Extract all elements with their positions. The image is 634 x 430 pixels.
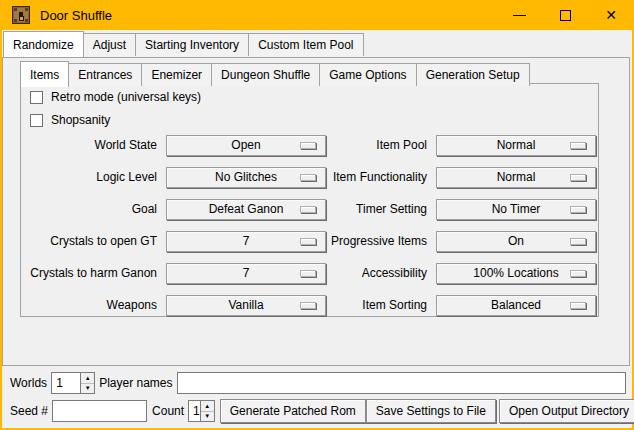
accessibility-row: Accessibility 100% Locations: [276, 262, 596, 284]
shopsanity-row: Shopsanity: [30, 112, 110, 128]
crystals-ganon-value: 7: [243, 266, 250, 280]
item-pool-label: Item Pool: [276, 138, 436, 152]
crystals-gt-label: Crystals to open GT: [21, 234, 166, 248]
window-controls: ✕: [496, 0, 634, 30]
worlds-label: Worlds: [10, 376, 47, 390]
door-shuffle-window: { "colors": { "accent": "#ffb900", "pane…: [0, 0, 634, 430]
dropdown-indicator-icon: [570, 302, 586, 309]
timer-setting-dropdown[interactable]: No Timer: [436, 199, 596, 220]
spin-down-icon[interactable]: ▼: [81, 384, 94, 394]
timer-setting-value: No Timer: [492, 202, 541, 216]
player-names-input[interactable]: [177, 372, 627, 394]
tab-game-options[interactable]: Game Options: [319, 63, 416, 86]
count-value: 1: [189, 401, 200, 421]
progressive-items-value: On: [508, 234, 524, 248]
logic-level-value: No Glitches: [215, 170, 277, 184]
titlebar: Door Shuffle ✕: [0, 0, 634, 30]
world-state-label: World State: [21, 138, 166, 152]
crystals-ganon-label: Crystals to harm Ganon: [21, 266, 166, 280]
worlds-spinbox[interactable]: 1 ▲▼: [51, 372, 95, 394]
crystals-gt-value: 7: [243, 234, 250, 248]
seed-label: Seed #: [10, 404, 48, 418]
accessibility-value: 100% Locations: [473, 266, 558, 280]
item-sorting-value: Balanced: [491, 298, 541, 312]
spin-up-icon[interactable]: ▲: [81, 373, 94, 384]
client-area: Randomize Adjust Starting Inventory Cust…: [2, 30, 632, 428]
progressive-items-dropdown[interactable]: On: [436, 231, 596, 252]
tab-starting-inventory[interactable]: Starting Inventory: [135, 33, 249, 56]
tab-dungeon-shuffle[interactable]: Dungeon Shuffle: [211, 63, 320, 86]
app-icon: [12, 6, 30, 24]
dropdown-indicator-icon: [570, 142, 586, 149]
logic-level-label: Logic Level: [21, 170, 166, 184]
retro-mode-checkbox[interactable]: [30, 91, 43, 104]
accessibility-dropdown[interactable]: 100% Locations: [436, 263, 596, 284]
item-functionality-row: Item Functionality Normal: [276, 166, 596, 188]
window-title: Door Shuffle: [40, 8, 112, 23]
tab-entrances[interactable]: Entrances: [68, 63, 142, 86]
retro-mode-label: Retro mode (universal keys): [51, 90, 201, 104]
randomize-panel: Items Entrances Enemizer Dungeon Shuffle…: [2, 57, 630, 366]
tab-custom-item-pool[interactable]: Custom Item Pool: [248, 33, 363, 56]
dropdown-indicator-icon: [570, 206, 586, 213]
sub-tab-bar: Items Entrances Enemizer Dungeon Shuffle…: [20, 61, 529, 86]
item-sorting-dropdown[interactable]: Balanced: [436, 295, 596, 316]
world-state-value: Open: [231, 138, 260, 152]
player-names-label: Player names: [99, 376, 172, 390]
tab-adjust[interactable]: Adjust: [83, 33, 136, 56]
dropdown-indicator-icon: [570, 270, 586, 277]
worlds-value: 1: [52, 373, 80, 393]
maximize-button[interactable]: [542, 0, 588, 30]
seed-row: Seed # Count 1 ▲▼ Generate Patched Rom S…: [10, 399, 626, 423]
weapons-label: Weapons: [21, 298, 166, 312]
item-pool-row: Item Pool Normal: [276, 134, 596, 156]
tab-generation-setup[interactable]: Generation Setup: [416, 63, 530, 86]
spin-down-icon[interactable]: ▼: [201, 412, 214, 422]
goal-label: Goal: [21, 202, 166, 216]
item-functionality-label: Item Functionality: [276, 170, 436, 184]
timer-setting-row: Timer Setting No Timer: [276, 198, 596, 220]
open-output-directory-button[interactable]: Open Output Directory: [499, 399, 634, 423]
item-pool-dropdown[interactable]: Normal: [436, 135, 596, 156]
generate-patched-rom-button[interactable]: Generate Patched Rom: [220, 399, 366, 423]
count-spin-arrows[interactable]: ▲▼: [200, 401, 214, 421]
goal-value: Defeat Ganon: [209, 202, 284, 216]
worlds-row: Worlds 1 ▲▼ Player names: [10, 372, 626, 394]
accessibility-label: Accessibility: [276, 266, 436, 280]
count-spinbox[interactable]: 1 ▲▼: [188, 400, 215, 422]
count-label: Count: [152, 404, 184, 418]
minimize-button[interactable]: [496, 0, 542, 30]
item-sorting-row: Item Sorting Balanced: [276, 294, 596, 316]
item-pool-value: Normal: [497, 138, 536, 152]
minimize-icon: [513, 15, 526, 16]
item-sorting-label: Item Sorting: [276, 298, 436, 312]
item-functionality-dropdown[interactable]: Normal: [436, 167, 596, 188]
shopsanity-checkbox[interactable]: [30, 114, 43, 127]
tab-enemizer[interactable]: Enemizer: [141, 63, 212, 86]
tab-items[interactable]: Items: [20, 61, 69, 87]
maximize-icon: [560, 10, 571, 21]
spin-up-icon[interactable]: ▲: [201, 401, 214, 412]
close-button[interactable]: ✕: [588, 0, 634, 30]
item-functionality-value: Normal: [497, 170, 536, 184]
weapons-value: Vanilla: [228, 298, 263, 312]
items-panel: Retro mode (universal keys) Shopsanity W…: [20, 83, 599, 317]
seed-input[interactable]: [52, 400, 147, 422]
progressive-items-label: Progressive Items: [276, 234, 436, 248]
dropdown-indicator-icon: [570, 174, 586, 181]
close-icon: ✕: [605, 8, 617, 22]
main-tab-bar: Randomize Adjust Starting Inventory Cust…: [3, 31, 363, 56]
worlds-spin-arrows[interactable]: ▲▼: [80, 373, 94, 393]
timer-setting-label: Timer Setting: [276, 202, 436, 216]
progressive-items-row: Progressive Items On: [276, 230, 596, 252]
dropdown-indicator-icon: [570, 238, 586, 245]
retro-mode-row: Retro mode (universal keys): [30, 89, 201, 105]
tab-randomize[interactable]: Randomize: [3, 31, 84, 57]
save-settings-button[interactable]: Save Settings to File: [366, 399, 496, 423]
shopsanity-label: Shopsanity: [51, 113, 110, 127]
